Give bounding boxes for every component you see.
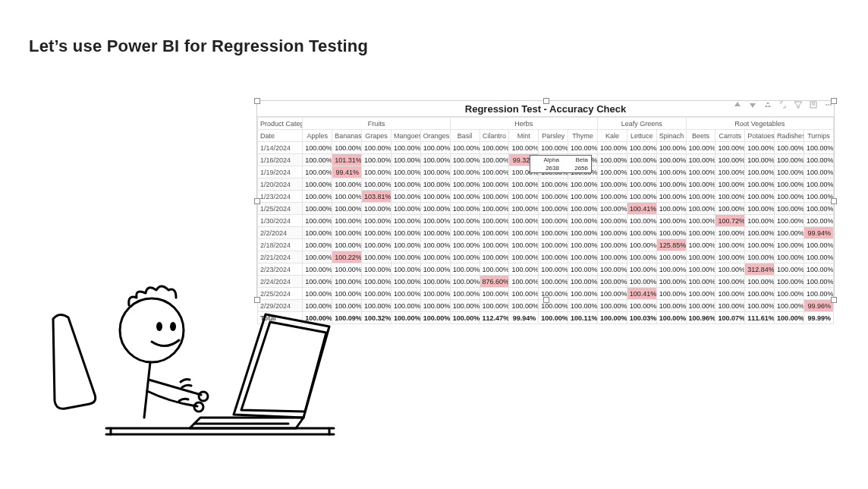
cell[interactable]: 100.00% bbox=[715, 178, 745, 191]
cell[interactable]: 100.00% bbox=[332, 178, 362, 191]
cell[interactable]: 101.31% bbox=[332, 154, 362, 166]
focus-mode-icon[interactable] bbox=[808, 99, 819, 110]
cell[interactable]: 100.00% bbox=[391, 300, 420, 312]
cell[interactable]: 100.00% bbox=[362, 227, 392, 239]
cell[interactable]: 100.00% bbox=[745, 251, 775, 263]
cell[interactable]: 100.00% bbox=[450, 239, 480, 251]
cell[interactable]: 99.41% bbox=[332, 166, 362, 178]
cell[interactable]: 100.00% bbox=[656, 178, 686, 191]
cell[interactable]: 100.00% bbox=[303, 154, 332, 166]
cell[interactable]: 100.00% bbox=[597, 263, 627, 276]
cell[interactable]: 100.00% bbox=[568, 251, 598, 263]
cell[interactable]: 100.00% bbox=[568, 215, 598, 227]
column-header[interactable]: Potatoes bbox=[745, 130, 775, 142]
cell[interactable]: 100.00% bbox=[450, 288, 480, 300]
cell[interactable]: 100.00% bbox=[362, 166, 392, 178]
column-group[interactable]: Fruits bbox=[303, 118, 450, 130]
cell[interactable]: 100.00% bbox=[539, 251, 568, 263]
cell[interactable]: 100.00% bbox=[745, 142, 775, 154]
cell[interactable]: 100.00% bbox=[391, 227, 420, 239]
resize-handle[interactable] bbox=[254, 98, 260, 104]
cell[interactable]: 100.00% bbox=[303, 239, 332, 251]
cell[interactable]: 100.00% bbox=[627, 227, 656, 239]
cell[interactable]: 100.00% bbox=[715, 142, 745, 154]
cell[interactable]: 100.00% bbox=[775, 203, 804, 215]
column-header[interactable]: Spinach bbox=[656, 130, 686, 142]
table-row[interactable]: 1/23/2024100.00%100.00%103.81%100.00%100… bbox=[258, 191, 834, 203]
table-row[interactable]: 2/18/2024100.00%100.00%100.00%100.00%100… bbox=[258, 239, 834, 251]
cell[interactable]: 100.00% bbox=[509, 191, 539, 203]
cell[interactable]: 100.00% bbox=[303, 203, 332, 215]
cell[interactable]: 100.00% bbox=[597, 191, 627, 203]
cell[interactable]: 100.00% bbox=[745, 166, 775, 178]
cell[interactable]: 100.00% bbox=[450, 154, 480, 166]
cell[interactable]: 100.00% bbox=[597, 239, 627, 251]
cell[interactable]: 100.00% bbox=[450, 191, 480, 203]
cell[interactable]: 100.00% bbox=[804, 178, 833, 191]
cell[interactable]: 100.00% bbox=[362, 142, 392, 154]
cell[interactable]: 100.00% bbox=[656, 288, 686, 300]
cell[interactable]: 100.00% bbox=[480, 142, 509, 154]
cell[interactable]: 100.00% bbox=[715, 191, 745, 203]
cell[interactable]: 100.00% bbox=[597, 215, 627, 227]
cell[interactable]: 100.00% bbox=[539, 239, 568, 251]
cell[interactable]: 100.00% bbox=[391, 166, 420, 178]
cell[interactable]: 100.00% bbox=[597, 227, 627, 239]
cell[interactable]: 100.00% bbox=[509, 215, 539, 227]
cell[interactable]: 100.00% bbox=[597, 251, 627, 263]
cell[interactable]: 100.00% bbox=[480, 154, 509, 166]
cell[interactable]: 100.00% bbox=[656, 276, 686, 288]
cell[interactable]: 100.00% bbox=[362, 300, 392, 312]
cell[interactable]: 100.00% bbox=[450, 142, 480, 154]
matrix-visual[interactable]: Regression Test - Accuracy Check Product… bbox=[256, 100, 835, 301]
cell[interactable]: 100.00% bbox=[303, 215, 332, 227]
cell[interactable]: 100.00% bbox=[745, 300, 775, 312]
cell[interactable]: 100.00% bbox=[627, 154, 656, 166]
table-row[interactable]: 1/20/2024100.00%100.00%100.00%100.00%100… bbox=[258, 178, 834, 191]
cell[interactable]: 100.00% bbox=[332, 227, 362, 239]
cell[interactable]: 100.00% bbox=[715, 300, 745, 312]
cell[interactable]: 100.00% bbox=[686, 263, 715, 276]
cell[interactable]: 100.00% bbox=[804, 288, 833, 300]
cell[interactable]: 100.00% bbox=[362, 263, 392, 276]
cell[interactable]: 100.00% bbox=[303, 227, 332, 239]
cell[interactable]: 100.00% bbox=[597, 154, 627, 166]
cell[interactable]: 100.00% bbox=[775, 300, 804, 312]
cell[interactable]: 99.94% bbox=[804, 227, 833, 239]
cell[interactable]: 100.00% bbox=[420, 203, 450, 215]
column-header[interactable]: Turnips bbox=[804, 130, 833, 142]
cell[interactable]: 100.00% bbox=[391, 178, 420, 191]
cell[interactable]: 100.00% bbox=[509, 251, 539, 263]
column-header[interactable]: Carrots bbox=[715, 130, 745, 142]
cell[interactable]: 100.00% bbox=[303, 142, 332, 154]
cell[interactable]: 100.00% bbox=[804, 215, 833, 227]
cell[interactable]: 99.96% bbox=[804, 300, 833, 312]
cell[interactable]: 100.00% bbox=[391, 263, 420, 276]
cell[interactable]: 100.00% bbox=[568, 142, 598, 154]
cell[interactable]: 100.00% bbox=[568, 300, 598, 312]
drill-up-icon[interactable] bbox=[732, 99, 743, 110]
cell[interactable]: 100.00% bbox=[539, 178, 568, 191]
cell[interactable]: 100.00% bbox=[420, 276, 450, 288]
cell[interactable]: 100.00% bbox=[745, 191, 775, 203]
cell[interactable]: 100.00% bbox=[775, 239, 804, 251]
cell[interactable]: 100.00% bbox=[804, 203, 833, 215]
cell[interactable]: 100.00% bbox=[420, 227, 450, 239]
cell[interactable]: 100.00% bbox=[303, 191, 332, 203]
cell[interactable]: 100.00% bbox=[715, 263, 745, 276]
cell[interactable]: 100.00% bbox=[391, 142, 420, 154]
table-row[interactable]: 2/24/2024100.00%100.00%100.00%100.00%100… bbox=[258, 276, 834, 288]
cell[interactable]: 100.00% bbox=[362, 154, 392, 166]
cell[interactable]: 100.00% bbox=[391, 154, 420, 166]
cell[interactable]: 100.00% bbox=[509, 203, 539, 215]
column-header[interactable]: Thyme bbox=[568, 130, 598, 142]
cell[interactable]: 100.00% bbox=[627, 263, 656, 276]
cell[interactable]: 100.72% bbox=[715, 215, 745, 227]
cell[interactable]: 100.00% bbox=[715, 239, 745, 251]
cell[interactable]: 100.00% bbox=[391, 203, 420, 215]
cell[interactable]: 100.00% bbox=[627, 239, 656, 251]
cell[interactable]: 100.00% bbox=[332, 142, 362, 154]
column-header[interactable]: Radishes bbox=[775, 130, 804, 142]
cell[interactable]: 100.00% bbox=[568, 239, 598, 251]
cell[interactable]: 100.00% bbox=[480, 239, 509, 251]
